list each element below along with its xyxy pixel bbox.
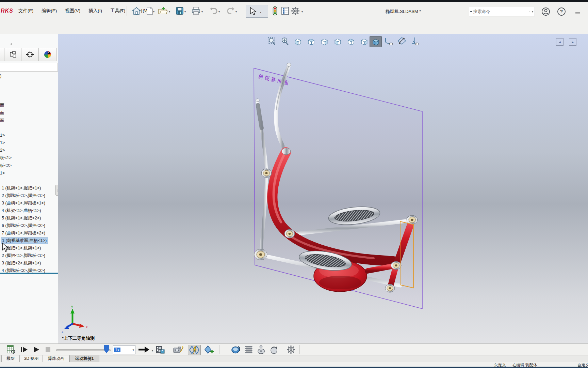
mate-item[interactable]: 4 (机架<1>,曲柄<1>) — [1, 208, 42, 214]
animation-wizard-icon[interactable] — [172, 345, 184, 354]
tab-model[interactable]: 模型 — [1, 355, 20, 362]
undo-icon[interactable] — [208, 5, 219, 16]
feature-manager-panel: ) 面 面 面 1> 1> 2> 板<1> 板<2> 1> 1 (机架<1>,握… — [0, 34, 58, 343]
crosshair-icon — [26, 50, 34, 59]
tab-3d-views[interactable]: 3D 视图 — [20, 355, 43, 362]
arc-collar — [282, 148, 291, 155]
command-manager-band — [0, 20, 588, 34]
rebuild-traffic-light-icon[interactable] — [270, 5, 280, 16]
window-bottom-edge — [0, 367, 588, 368]
tab-motion-study-1[interactable]: 运动算例1 — [69, 355, 99, 362]
document-title: 椭圆机.SLDASM * — [371, 9, 436, 15]
menu-view[interactable]: 视图(V) — [62, 6, 84, 16]
spring-icon[interactable] — [244, 345, 254, 354]
triad-z-label: z — [62, 329, 64, 334]
mate-item[interactable]: 2 (握把<1>,脚踏板<1>) — [1, 252, 46, 259]
play-button[interactable] — [31, 345, 42, 354]
menu-file[interactable]: 文件(F) — [15, 6, 37, 16]
open-icon[interactable] — [157, 5, 168, 16]
rollback-bar[interactable] — [0, 273, 58, 274]
open-dropdown[interactable]: ▾ — [169, 10, 170, 13]
options-gear-icon[interactable] — [290, 5, 301, 16]
tree-filter-input[interactable] — [0, 63, 58, 72]
mate-item[interactable]: 5 (机架<1>,握把<2>) — [1, 215, 42, 221]
timebar-track[interactable] — [56, 349, 111, 351]
mouse-cursor — [1, 243, 10, 253]
print-dropdown[interactable]: ▾ — [201, 10, 203, 13]
mate-item[interactable]: 3 (曲柄<1>,脚踏板<1>) — [1, 200, 46, 206]
command-search: ▾ — [469, 7, 535, 16]
tree-component-item[interactable]: 1> — [0, 132, 5, 138]
svg-text:?: ? — [560, 9, 563, 14]
tree-component-item[interactable]: 板<1> — [0, 155, 12, 161]
mate-item[interactable]: 7 (曲柄<1>,脚踏板<2>) — [1, 230, 46, 236]
menu-edit[interactable]: 编辑(E) — [38, 6, 60, 16]
undo-dropdown[interactable]: ▾ — [218, 10, 220, 13]
save-icon[interactable] — [174, 5, 185, 16]
model-scene[interactable]: 前视基准面 — [58, 34, 588, 343]
solidworks-logo: RKS — [1, 8, 13, 14]
redo-dropdown[interactable]: ▾ — [235, 10, 237, 13]
status-bar: 欠定义 在编辑 装配体 自定义 — [0, 362, 588, 367]
panel-tab-display-manager[interactable] — [39, 48, 56, 61]
menu-insert[interactable]: 插入(I) — [85, 6, 105, 16]
panel-tab-property-manager[interactable] — [4, 48, 21, 61]
stop-button[interactable] — [43, 345, 53, 354]
toolbar-separator — [299, 345, 300, 354]
gravity-icon[interactable] — [269, 345, 279, 354]
mate-item[interactable]: 6 (脚踏板<2>,握把<2>) — [1, 223, 46, 229]
graphics-viewport[interactable]: ◂ ▸ — [58, 34, 588, 343]
mate-item[interactable]: 1 (机架<1>,握把<1>) — [1, 185, 42, 191]
triad-y-label: y — [71, 304, 73, 308]
tree-root-fragment[interactable]: ) — [0, 73, 1, 79]
panel-tab-configuration[interactable] — [21, 48, 39, 61]
play-from-start-button[interactable] — [19, 345, 29, 354]
save-dropdown[interactable]: ▾ — [184, 10, 186, 13]
tree-component-item[interactable]: 2> — [0, 147, 5, 153]
motion-properties-gear-icon[interactable] — [286, 345, 296, 354]
account-icon[interactable] — [541, 7, 551, 16]
solidworks-window: RKS 文件(F) 编辑(E) 视图(V) 插入(I) 工具(T) 窗口(W) … — [0, 0, 588, 368]
pin-menu-icon[interactable] — [115, 5, 126, 16]
tree-plane-item[interactable]: 面 — [0, 118, 4, 124]
playback-mode-dropdown[interactable]: ▾ — [152, 349, 153, 352]
new-dropdown[interactable]: ▾ — [153, 10, 154, 13]
timebar-handle[interactable] — [104, 345, 109, 353]
save-animation-icon[interactable] — [155, 345, 165, 354]
contact-icon[interactable] — [256, 345, 266, 354]
playback-mode-icon[interactable] — [137, 345, 151, 354]
calculate-icon[interactable] — [188, 345, 201, 355]
playback-speed-select[interactable]: 1x ▾ — [113, 345, 135, 354]
select-cursor-icon[interactable] — [247, 6, 258, 17]
tree-plane-item[interactable]: 面 — [0, 110, 4, 116]
motion-calculator-icon[interactable] — [6, 345, 16, 354]
add-key-icon[interactable] — [203, 345, 215, 354]
chevron-down-icon: ▾ — [132, 348, 135, 352]
panel-resize-dot[interactable] — [11, 43, 12, 45]
search-input[interactable] — [472, 9, 529, 14]
tree-plane-item[interactable]: 面 — [0, 102, 4, 108]
motion-manager-toolbar: 1x ▾ ▾ — [0, 343, 588, 355]
tree-component-item[interactable]: 1> — [0, 140, 5, 146]
document-tabs: 模型 3D 视图 爆炸动画 运动算例1 — [0, 355, 588, 362]
home-icon[interactable] — [131, 5, 142, 16]
display-pane-icon[interactable] — [280, 5, 291, 16]
motor-icon[interactable] — [231, 345, 241, 354]
toolbar-separator — [219, 345, 219, 354]
minimize-button[interactable] — [573, 7, 583, 16]
redo-icon[interactable] — [225, 5, 236, 16]
help-icon[interactable]: ? — [557, 7, 566, 16]
tab-exploded-animation[interactable]: 爆炸动画 — [43, 355, 69, 362]
tree-component-item[interactable]: 板<2> — [0, 163, 12, 169]
select-dropdown[interactable]: ▾ — [260, 11, 261, 14]
tree-component-item[interactable]: 1> — [0, 170, 5, 176]
toolbar-separator — [282, 345, 282, 354]
toolbar-separator — [127, 6, 127, 16]
mate-item[interactable]: 3 (握把<2>,机架<1>) — [1, 260, 42, 266]
mate-item[interactable]: 2 (脚踏板<1>,握把<1>) — [1, 193, 46, 199]
search-dropdown[interactable]: ▾ — [530, 10, 535, 13]
print-icon[interactable] — [191, 5, 201, 16]
assembly-tree-icon — [9, 51, 16, 58]
view-orientation-label: *上下二等角轴测 — [62, 335, 95, 341]
options-dropdown[interactable]: ▾ — [301, 10, 303, 13]
